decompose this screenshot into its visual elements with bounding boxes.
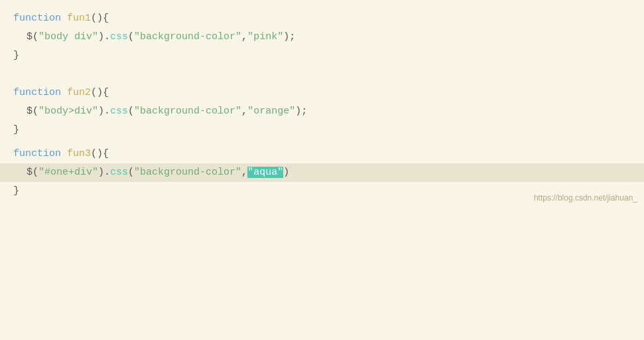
fun3-header: function fun3(){: [0, 145, 644, 163]
fun1-footer: }: [0, 46, 644, 65]
fun2-header: function fun2(){: [0, 84, 644, 102]
separator-1: [0, 68, 644, 81]
fun2-footer: }: [0, 121, 644, 139]
fun2-body: $("body>div").css("background-color","or…: [0, 102, 644, 121]
code-container: function fun1(){ $("body div").css("back…: [0, 0, 644, 210]
fun3-body: $("#one+div").css("background-color","aq…: [0, 163, 644, 182]
fun1-header: function fun1(){: [0, 9, 644, 28]
cursor-highlight: "aqua": [247, 167, 283, 178]
keyword-function-3: function: [13, 146, 61, 162]
fun1-body: $("body div").css("background-color","pi…: [0, 28, 644, 46]
watermark: https://blog.csdn.net/jiahuan_: [534, 192, 637, 205]
function-name-1: fun1: [67, 11, 91, 27]
keyword-function-2: function: [13, 85, 61, 101]
keyword-function-1: function: [13, 11, 61, 27]
function-block-1: function fun1(){ $("body div").css("back…: [0, 7, 644, 68]
function-name-2: fun2: [67, 85, 91, 101]
function-block-2: function fun2(){ $("body>div").css("back…: [0, 81, 644, 142]
function-name-3: fun3: [67, 146, 91, 162]
